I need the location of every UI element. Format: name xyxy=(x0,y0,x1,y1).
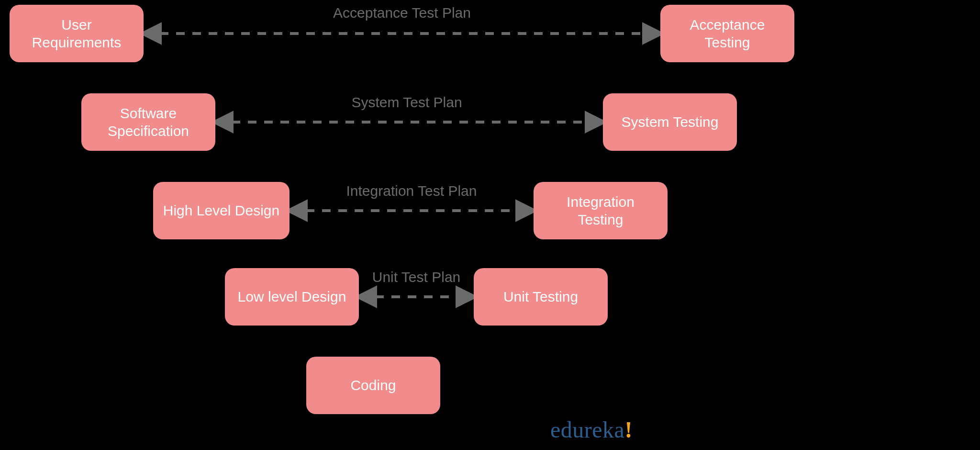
label-acceptance-plan: Acceptance Test Plan xyxy=(316,5,488,21)
v-model-diagram: { "nodes": { "user_requirements": "User\… xyxy=(0,0,980,450)
label-integration-plan: Integration Test Plan xyxy=(325,183,498,199)
node-low-level-design: Low level Design xyxy=(225,268,359,326)
brand-bang-icon: ! xyxy=(624,417,632,442)
node-user-requirements: User Requirements xyxy=(10,5,144,62)
node-integration-testing: Integration Testing xyxy=(534,182,668,239)
label-system-plan: System Test Plan xyxy=(335,94,479,111)
brand-logo: edureka! xyxy=(550,416,633,443)
label-unit-plan: Unit Test Plan xyxy=(364,269,469,285)
brand-name: edureka xyxy=(550,417,624,442)
node-software-specification: Software Specification xyxy=(81,93,215,151)
node-system-testing: System Testing xyxy=(603,93,737,151)
connectors-layer xyxy=(0,0,980,450)
node-acceptance-testing: Acceptance Testing xyxy=(660,5,794,62)
node-unit-testing: Unit Testing xyxy=(474,268,608,326)
node-high-level-design: High Level Design xyxy=(153,182,290,239)
node-coding: Coding xyxy=(306,357,440,414)
